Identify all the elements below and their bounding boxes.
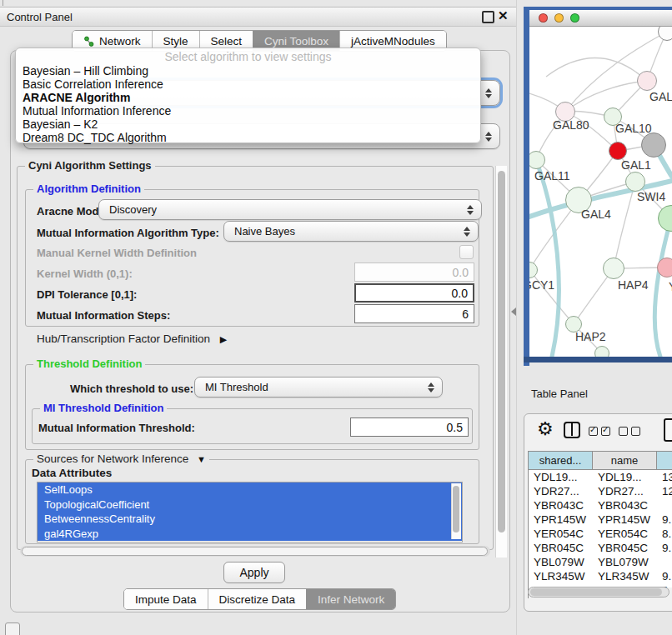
mi-threshold-label: Mutual Information Threshold: (38, 422, 195, 434)
network-canvas[interactable]: GALGAL80GAL10GAL1GAL11SWI4GAL4GCY1HAP4YH… (529, 27, 672, 357)
data-attributes-list[interactable]: SelfLoopsTopologicalCoefficientBetweenne… (37, 482, 463, 542)
mi-steps-value: 6 (462, 308, 469, 321)
which-threshold-value: MI Threshold (205, 381, 268, 393)
page-icon[interactable] (664, 418, 672, 442)
node-y[interactable] (657, 258, 672, 278)
table-cell: YER054C (593, 528, 657, 540)
node-label-gcy1: GCY1 (529, 278, 554, 292)
node-hap4[interactable] (603, 258, 624, 279)
node-label-gal10: GAL10 (615, 122, 652, 135)
node-gal1[interactable] (609, 142, 627, 160)
table-row[interactable]: YER054CYER054C8. (529, 527, 672, 541)
table-cell: YER054C (529, 528, 593, 540)
node-attribute-table[interactable]: shared...nameYDL19...YDL19...13YDR27...Y… (528, 451, 672, 598)
algorithm-dropdown-list: Select algorithm to view settings Bayesi… (15, 48, 481, 143)
column-header-2[interactable] (657, 452, 672, 470)
dpi-tolerance-field[interactable]: 0.0 (354, 283, 474, 302)
tab-discretize-data[interactable]: Discretize Data (208, 589, 307, 609)
table-hscrollbar[interactable] (528, 587, 669, 598)
sources-title[interactable]: Sources for Network Inference ▼ (33, 453, 209, 465)
tab-label: Discretize Data (219, 593, 296, 606)
column-header-name[interactable]: name (593, 452, 657, 470)
zoom-window-icon[interactable] (570, 13, 579, 22)
table-cell: YPR145W (593, 513, 657, 526)
unchecked-box-icon[interactable] (631, 427, 640, 436)
mi-type-combo[interactable]: Naive Bayes (223, 221, 479, 242)
table-cell: YDL19... (593, 471, 657, 483)
gear-icon[interactable]: ⚙ (537, 419, 554, 439)
tab-impute-data[interactable]: Impute Data (124, 589, 208, 609)
node-label-y: Y (669, 280, 672, 293)
manual-kernel-checkbox[interactable] (459, 245, 474, 259)
dropdown-item-bayesian-k2[interactable]: Bayesian – K2 (16, 118, 480, 131)
table-row[interactable]: YDL19...YDL19...13 (529, 470, 672, 484)
tab-label: Select (211, 35, 243, 48)
table-cell: 9. (657, 542, 672, 554)
minimize-window-icon[interactable] (554, 13, 564, 22)
close-icon[interactable]: ✕ (498, 8, 509, 24)
expand-right-icon: ▶ (220, 334, 227, 344)
node-label-gal80: GAL80 (553, 118, 589, 132)
settings-vscrollbar[interactable] (495, 166, 507, 558)
mi-threshold-title: MI Threshold Definition (40, 402, 167, 414)
table-cell: 12 (657, 485, 672, 498)
unchecked-box-icon[interactable] (619, 427, 628, 436)
split-columns-icon[interactable] (564, 422, 580, 438)
apply-button-label: Apply (239, 566, 268, 579)
combo-arrows-icon (464, 227, 470, 237)
divider-collapse-icon[interactable] (511, 308, 516, 316)
table-row[interactable]: YBR043CYBR043C (529, 498, 672, 512)
dropdown-item-basic-correlation-inference[interactable]: Basic Correlation Inference (16, 78, 480, 91)
combo-arrows-icon (485, 132, 492, 142)
node-label-swi4: SWI4 (637, 190, 665, 203)
table-cell: YDR27... (593, 485, 657, 498)
control-panel-title: Control Panel (7, 11, 73, 23)
table-cell: YDL19... (529, 471, 593, 483)
dropdown-item-dream8-dc-tdc-algorithm[interactable]: Dream8 DC_TDC Algorithm (16, 131, 480, 144)
panel-corner-icon[interactable] (5, 622, 20, 635)
table-row[interactable]: YLR345WYLR345W9. (529, 569, 672, 583)
node[interactable] (641, 132, 666, 158)
close-window-icon[interactable] (539, 13, 548, 22)
table-row[interactable]: YBR045CYBR045C9. (529, 541, 672, 555)
table-cell: YBR043C (529, 499, 593, 512)
checked-box-icon[interactable] (601, 427, 610, 436)
sources-title-label: Sources for Network Inference (37, 452, 188, 465)
dpi-tolerance-value: 0.0 (452, 287, 468, 300)
table-row[interactable]: YDR27...YDR27...12 (529, 484, 672, 498)
table-row[interactable]: YBL079WYBL079W (529, 555, 672, 569)
tab-label: Infer Network (318, 593, 384, 606)
algorithm-definition-title: Algorithm Definition (33, 183, 144, 195)
mi-threshold-field[interactable]: 0.5 (350, 418, 469, 437)
mi-threshold-value: 0.5 (447, 421, 463, 434)
kernel-width-value: 0.0 (453, 266, 469, 279)
attribute-item-gal4rgexp[interactable]: gal4RGexp (38, 527, 462, 542)
table-body: YDL19...YDL19...13YDR27...YDR27...12YBR0… (529, 470, 672, 588)
node-gal[interactable] (637, 71, 657, 91)
tab-label: Cyni Toolbox (264, 35, 328, 48)
table-cell: YDR27... (529, 485, 593, 498)
table-cell: YBR045C (529, 542, 593, 554)
tab-infer-network[interactable]: Infer Network (306, 589, 395, 609)
network-window-titlebar[interactable] (529, 10, 672, 27)
node[interactable] (594, 346, 609, 357)
dropdown-item-mutual-information-inference[interactable]: Mutual Information Inference (16, 104, 480, 118)
table-cell: 9. (657, 513, 672, 526)
dropdown-item-aracne-algorithm[interactable]: ARACNE Algorithm (16, 91, 480, 104)
checked-box-icon[interactable] (589, 427, 598, 436)
hub-definition-toggle[interactable]: Hub/Transcription Factor Definition ▶ (37, 332, 227, 345)
dropdown-item-bayesian-hill-climbing[interactable]: Bayesian – Hill Climbing (16, 64, 480, 78)
settings-hscrollbar[interactable] (20, 546, 490, 557)
table-row[interactable]: YPR145WYPR145W9. (529, 512, 672, 527)
which-threshold-combo[interactable]: MI Threshold (194, 377, 443, 398)
float-window-icon[interactable] (482, 11, 494, 23)
attribute-item-topologicalcoefficient[interactable]: TopologicalCoefficient (38, 498, 462, 512)
mi-steps-field[interactable]: 6 (354, 304, 474, 323)
attribute-item-betweennesscentrality[interactable]: BetweennessCentrality (38, 512, 462, 527)
aracne-mode-combo[interactable]: Discovery (98, 199, 482, 220)
apply-button[interactable]: Apply (223, 562, 285, 583)
column-header-shared[interactable]: shared... (529, 452, 593, 470)
attribute-item-selfloops[interactable]: SelfLoops (38, 482, 462, 498)
attributes-scrollbar[interactable] (451, 483, 461, 539)
node-swi4[interactable] (625, 172, 645, 192)
